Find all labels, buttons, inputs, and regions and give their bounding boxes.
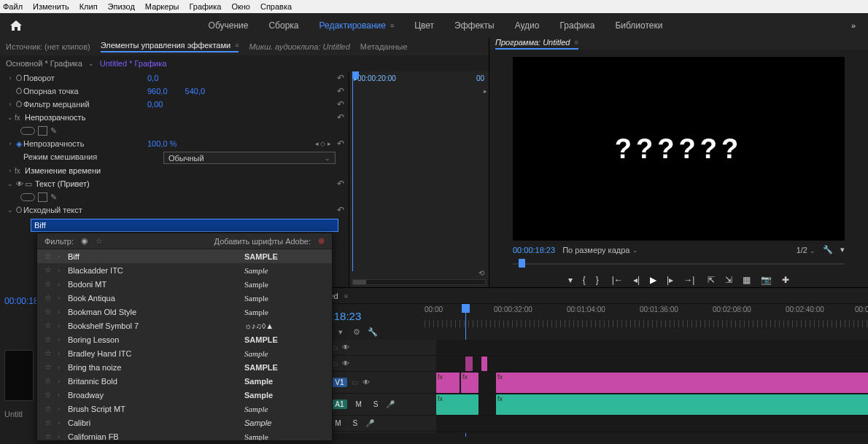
mark-out-icon[interactable]: }: [596, 275, 599, 285]
eye-icon[interactable]: 👁: [342, 343, 349, 351]
menu-item[interactable]: Изменить: [33, 2, 69, 11]
tab-audio-mixer[interactable]: Микш. аудиоклипа: Untitled: [249, 42, 349, 51]
reset-icon[interactable]: ↶: [337, 112, 344, 122]
section-opacity[interactable]: Непрозрачность: [25, 113, 149, 122]
add-marker-icon[interactable]: ▾: [568, 275, 573, 285]
fx-badge-icon[interactable]: fx: [15, 167, 25, 175]
chevron-down-icon[interactable]: ⌄: [88, 60, 94, 67]
lift-icon[interactable]: ⇱: [708, 275, 715, 285]
tab-metadata[interactable]: Метаданные: [360, 42, 408, 51]
favorite-star-icon[interactable]: ☆: [44, 362, 58, 372]
menu-item[interactable]: Файл: [3, 2, 23, 11]
go-out-icon[interactable]: →|: [683, 275, 694, 285]
section-time-remap[interactable]: Изменение времени: [25, 166, 149, 175]
font-option[interactable]: ☆›CalibriSample: [37, 416, 332, 429]
favorite-star-icon[interactable]: ☆: [44, 293, 58, 303]
font-option[interactable]: ☆›Bookshelf Symbol 7☼♪♫◊▲: [37, 319, 332, 332]
workspace-tab[interactable]: Аудио: [515, 20, 540, 31]
font-option[interactable]: ☆›Bookman Old StyleSample: [37, 305, 332, 319]
reset-icon[interactable]: ↶: [337, 99, 344, 109]
font-family-input[interactable]: Biff: [31, 219, 338, 232]
prop-anchor[interactable]: Опорная точка: [23, 87, 147, 96]
font-option[interactable]: ☆›Book AntiquaSample: [37, 291, 332, 305]
mark-in-icon[interactable]: {: [583, 275, 586, 285]
extract-icon[interactable]: ⇲: [725, 275, 732, 285]
track-target-v1[interactable]: V1: [331, 378, 347, 387]
ec-mini-timeline[interactable]: ▸00:00:20:0000 ▸ ⟲: [349, 71, 489, 287]
prop-flicker[interactable]: Фильтр мерцаний: [23, 100, 147, 109]
mask-pen-icon[interactable]: ✎: [50, 192, 57, 202]
font-option[interactable]: ☆›Boring LessonSAMPLE: [37, 332, 332, 346]
workspace-tab[interactable]: Графика: [560, 20, 595, 31]
favorite-star-icon[interactable]: ☆: [44, 335, 58, 344]
mask-ellipse-icon[interactable]: [20, 193, 35, 201]
settings-icon[interactable]: ⚙: [352, 327, 362, 337]
prop-rotation-value[interactable]: 0,0: [147, 74, 158, 82]
clip-audio[interactable]: fx: [436, 394, 478, 415]
favorite-star-icon[interactable]: ☆: [44, 390, 58, 400]
wrench-icon[interactable]: 🔧: [823, 245, 833, 254]
zoom-fit-select[interactable]: По размеру кадра⌄: [562, 246, 638, 254]
program-timecode[interactable]: 00:00:18:23: [513, 246, 555, 254]
home-icon[interactable]: [6, 20, 26, 31]
clip-video[interactable]: fx: [496, 373, 868, 393]
favorite-star-icon[interactable]: ☆: [44, 265, 58, 275]
mask-rect-icon[interactable]: [38, 192, 47, 202]
font-option[interactable]: ☆›BroadwaySample: [37, 388, 332, 402]
camera-icon[interactable]: 📷: [761, 275, 772, 285]
step-back-icon[interactable]: ◂|: [633, 275, 640, 285]
font-option[interactable]: ☆›Britannic BoldSample: [37, 374, 332, 388]
favorite-star-icon[interactable]: ☆: [44, 432, 58, 440]
timeline-tracks[interactable]: fx fx fx fx fx: [436, 340, 868, 433]
play-icon[interactable]: ▶: [650, 275, 656, 285]
font-option[interactable]: ☆›Bring tha noizeSAMPLE: [37, 360, 332, 374]
reset-icon[interactable]: ↶: [337, 179, 344, 189]
mini-scrollbar[interactable]: [352, 279, 486, 285]
font-option[interactable]: ☆›Bodoni MTSample: [37, 277, 332, 291]
font-option[interactable]: ☆›Blackadder ITCSample: [37, 263, 332, 277]
prop-rotation[interactable]: Поворот: [23, 74, 147, 82]
eye-icon[interactable]: 👁: [15, 180, 25, 188]
breadcrumb-master[interactable]: Основной * Графика: [6, 59, 82, 68]
workspace-tab[interactable]: Эффекты: [454, 20, 495, 31]
prop-opacity-value[interactable]: 100,0 %: [147, 139, 177, 148]
step-fwd-icon[interactable]: |▸: [667, 275, 673, 285]
mask-pen-icon[interactable]: ✎: [50, 126, 57, 136]
eye-icon[interactable]: 👁: [363, 378, 370, 386]
workspace-tab[interactable]: Сборка: [268, 20, 298, 31]
tab-effect-controls[interactable]: Элементы управления эффектами≡: [101, 41, 239, 52]
font-option[interactable]: ☆›Brush Script MTSample: [37, 402, 332, 416]
menu-item[interactable]: Клип: [80, 2, 98, 11]
fx-badge-icon[interactable]: fx: [15, 114, 25, 122]
more-workspaces-icon[interactable]: »: [845, 21, 862, 30]
filter-fav-icon[interactable]: ☆: [96, 236, 103, 246]
favorite-star-icon[interactable]: ☆: [44, 279, 58, 289]
menu-item[interactable]: Маркеры: [145, 2, 179, 11]
clip-video[interactable]: fx: [461, 373, 478, 393]
prop-flicker-value[interactable]: 0,00: [147, 100, 163, 109]
menu-item[interactable]: Окно: [231, 2, 250, 11]
reset-icon[interactable]: ↶: [337, 205, 344, 215]
clip-graphics[interactable]: [465, 357, 473, 371]
resolution-select[interactable]: 1/2 ⌄: [797, 246, 815, 254]
prop-anchor-y[interactable]: 540,0: [185, 87, 206, 96]
clip-graphics[interactable]: [481, 357, 487, 371]
clip-video[interactable]: fx: [436, 373, 460, 393]
thumbnail[interactable]: [4, 350, 34, 401]
tab-source[interactable]: Источник: (нет клипов): [6, 42, 90, 51]
workspace-tab[interactable]: Обучение: [209, 20, 249, 31]
prop-opacity[interactable]: Непрозрачность: [23, 139, 147, 148]
prop-source-text[interactable]: Исходный текст: [23, 206, 147, 214]
marker-icon[interactable]: ▾: [336, 327, 346, 337]
font-option[interactable]: ☆›Bradley Hand ITCSample: [37, 346, 332, 360]
filter-all-icon[interactable]: ◉: [81, 236, 88, 246]
favorite-star-icon[interactable]: ☆: [44, 418, 58, 427]
button-editor-icon[interactable]: ✚: [782, 275, 789, 285]
favorite-star-icon[interactable]: ☆: [44, 348, 58, 358]
prop-blend[interactable]: Режим смешивания: [23, 152, 147, 161]
font-option[interactable]: ☆›BiffSAMPLE: [37, 249, 332, 263]
eye-icon[interactable]: 👁: [342, 359, 349, 367]
menu-item[interactable]: Эпизод: [108, 2, 135, 11]
mic-icon[interactable]: 🎤: [365, 419, 374, 427]
favorite-star-icon[interactable]: ☆: [44, 376, 58, 386]
